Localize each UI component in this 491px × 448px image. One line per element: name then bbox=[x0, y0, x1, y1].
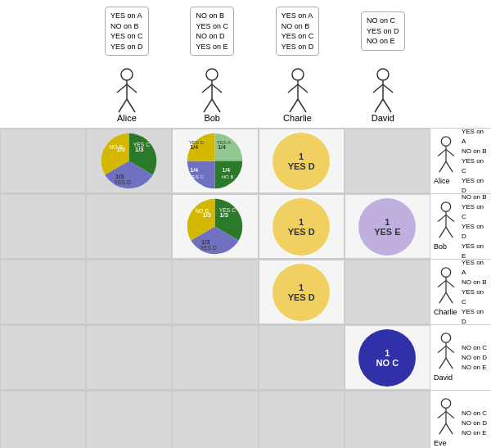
svg-text:1/4: 1/4 bbox=[191, 144, 199, 150]
charlie-row-figure bbox=[434, 267, 458, 304]
svg-point-18 bbox=[377, 69, 389, 80]
bob-col-figure bbox=[197, 68, 227, 113]
svg-point-50 bbox=[441, 202, 450, 211]
alice-row-figure bbox=[434, 136, 458, 173]
eve-right-prefs: NO on CNO on DNO on E bbox=[462, 409, 487, 438]
charlie-top-prefs: YES on ANO on BYES on CYES on D bbox=[276, 7, 320, 56]
svg-text:YES C: YES C bbox=[133, 143, 150, 148]
david-col-label: David bbox=[372, 113, 394, 123]
svg-text:1/3: 1/3 bbox=[115, 173, 124, 180]
svg-text:YES D: YES D bbox=[189, 140, 205, 145]
svg-line-10 bbox=[204, 99, 212, 112]
svg-text:1/4: 1/4 bbox=[191, 167, 199, 173]
alice-charlie-pie: 1/4 YES A 1/4 NO B 1/4 YES C 1/4 YES D bbox=[184, 130, 246, 192]
svg-line-40 bbox=[438, 149, 446, 156]
svg-line-70 bbox=[438, 411, 446, 418]
svg-line-3 bbox=[127, 84, 137, 93]
svg-line-16 bbox=[290, 99, 298, 112]
svg-line-66 bbox=[439, 358, 446, 369]
svg-line-43 bbox=[446, 161, 453, 172]
svg-point-56 bbox=[441, 268, 450, 277]
svg-line-15 bbox=[298, 84, 308, 93]
david-row-label-name: David bbox=[434, 373, 458, 383]
svg-line-14 bbox=[288, 84, 298, 93]
svg-point-68 bbox=[441, 399, 450, 408]
svg-line-72 bbox=[439, 423, 446, 434]
svg-line-64 bbox=[438, 346, 446, 352]
svg-point-12 bbox=[292, 69, 304, 80]
bob-row-label-name: Bob bbox=[434, 242, 458, 252]
alice-col-figure bbox=[112, 68, 142, 113]
svg-line-5 bbox=[127, 99, 135, 112]
svg-text:YES C: YES C bbox=[219, 208, 236, 214]
svg-line-58 bbox=[438, 280, 446, 287]
bob-david-circle: 1YES D bbox=[273, 198, 330, 256]
alice-right-prefs: YES on ANO on BYES on CYES on D bbox=[462, 127, 488, 196]
svg-point-38 bbox=[441, 137, 450, 146]
david-right-prefs: NO on CNO on DNO on E bbox=[462, 343, 487, 373]
svg-line-73 bbox=[446, 423, 453, 434]
svg-line-23 bbox=[383, 99, 391, 112]
bob-col-label: Bob bbox=[204, 113, 220, 123]
svg-line-60 bbox=[439, 292, 446, 303]
eve-row-figure bbox=[434, 398, 458, 435]
svg-point-6 bbox=[206, 69, 218, 80]
david-col-figure bbox=[368, 68, 398, 113]
svg-line-20 bbox=[373, 84, 383, 93]
svg-text:YES A: YES A bbox=[217, 140, 231, 145]
svg-line-4 bbox=[119, 99, 127, 112]
svg-text:1/4: 1/4 bbox=[223, 167, 231, 173]
svg-line-54 bbox=[439, 227, 446, 238]
svg-line-11 bbox=[212, 99, 220, 112]
svg-text:YES D: YES D bbox=[200, 245, 217, 251]
svg-text:1/3: 1/3 bbox=[201, 238, 209, 246]
svg-text:1/4: 1/4 bbox=[218, 144, 227, 150]
charlie-right-prefs: YES on ANO on BYES on CYES on D bbox=[462, 258, 488, 327]
svg-line-59 bbox=[446, 280, 454, 287]
svg-line-9 bbox=[212, 84, 222, 93]
svg-line-2 bbox=[117, 84, 127, 93]
charlie-col-figure bbox=[283, 68, 313, 113]
svg-line-22 bbox=[375, 99, 383, 112]
svg-line-67 bbox=[446, 358, 453, 369]
bob-charlie-pie: 1/3 NO B 1/3 YES C 1/3 YES D bbox=[184, 196, 246, 257]
svg-line-17 bbox=[298, 99, 306, 112]
alice-top-prefs: YES on ANO on BYES on CYES on D bbox=[105, 7, 149, 56]
svg-line-71 bbox=[446, 411, 454, 418]
svg-text:NO B: NO B bbox=[110, 144, 124, 150]
eve-row-label-name: Eve bbox=[434, 438, 458, 448]
svg-text:YES D: YES D bbox=[115, 179, 131, 185]
svg-line-21 bbox=[383, 84, 393, 93]
bob-row-figure bbox=[434, 201, 458, 238]
charlie-col-label: Charlie bbox=[283, 113, 312, 123]
david-row-figure bbox=[434, 333, 458, 369]
david-top-prefs: NO on CYES on DNO on E bbox=[361, 11, 405, 51]
svg-line-61 bbox=[446, 292, 453, 303]
svg-line-53 bbox=[446, 215, 454, 221]
svg-line-42 bbox=[439, 161, 446, 172]
bob-eve-circle: 1YES E bbox=[358, 198, 416, 256]
charlie-row-label-name: Charlie bbox=[434, 307, 458, 318]
bob-right-prefs: NO on BYES on CYES on DYES on E bbox=[462, 192, 488, 261]
alice-row-label-name: Alice bbox=[434, 176, 458, 187]
alice-alice-pie: 1/3 NO B 1/3 YES C 1/3 YES D bbox=[98, 130, 160, 192]
svg-line-41 bbox=[446, 149, 454, 156]
svg-text:NO B: NO B bbox=[222, 174, 234, 179]
svg-line-55 bbox=[446, 227, 453, 238]
svg-point-62 bbox=[441, 333, 450, 342]
alice-col-label: Alice bbox=[117, 113, 137, 123]
bob-top-prefs: NO on BYES on CNO on DYES on E bbox=[190, 7, 234, 56]
svg-text:YES C: YES C bbox=[189, 174, 205, 179]
svg-line-65 bbox=[446, 346, 454, 352]
svg-text:NO B: NO B bbox=[196, 208, 209, 214]
charlie-david-circle: 1YES D bbox=[273, 264, 330, 321]
david-eve-circle: 1NO C bbox=[358, 329, 416, 387]
svg-point-0 bbox=[121, 69, 133, 80]
svg-line-52 bbox=[438, 215, 446, 221]
svg-line-8 bbox=[202, 84, 212, 93]
alice-david-circle: 1YES D bbox=[273, 133, 330, 190]
